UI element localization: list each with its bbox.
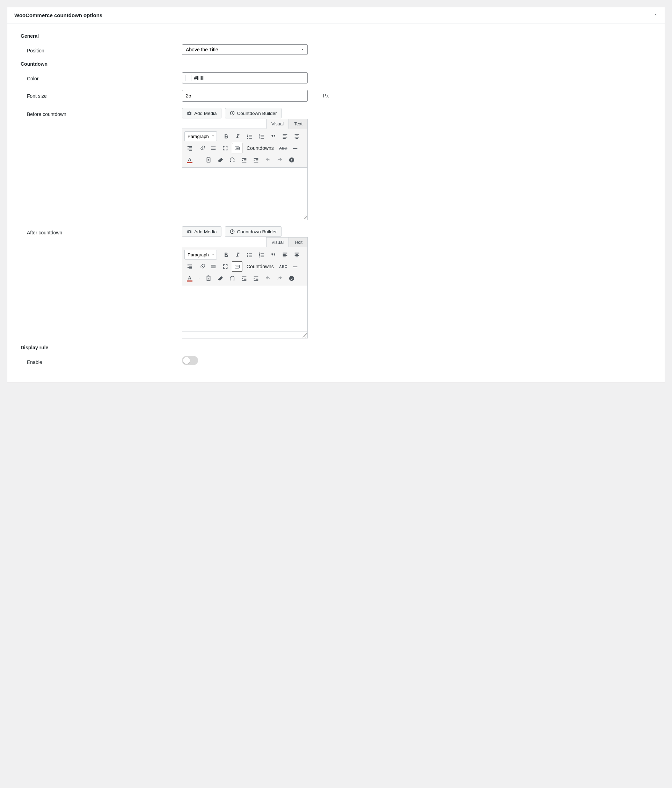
align-left-button[interactable] [280, 249, 290, 260]
font-size-unit: Px [323, 93, 329, 98]
color-swatch [185, 75, 191, 81]
align-right-button[interactable] [184, 261, 195, 272]
blockquote-button[interactable] [268, 131, 278, 141]
indent-button[interactable] [251, 155, 261, 165]
horizontal-rule-button[interactable] [290, 143, 300, 153]
add-media-button[interactable]: Add Media [182, 108, 221, 118]
italic-button[interactable] [232, 131, 243, 141]
bold-button[interactable] [221, 131, 231, 141]
editor-after: Visual Text Paragraph [182, 237, 308, 338]
countdown-builder-button[interactable]: Countdown Builder [225, 108, 281, 118]
row-color: Color #ffffff [14, 72, 658, 84]
tab-visual[interactable]: Visual [266, 119, 289, 129]
countdown-builder-button[interactable]: Countdown Builder [225, 226, 281, 237]
blockquote-button[interactable] [268, 249, 278, 260]
add-media-button[interactable]: Add Media [182, 226, 221, 237]
editor-path-bar [182, 213, 308, 220]
clear-formatting-button[interactable] [215, 155, 226, 165]
toolbar-toggle-button[interactable] [232, 143, 242, 153]
collapse-icon[interactable] [653, 13, 658, 18]
text-color-button[interactable]: A [184, 273, 195, 284]
label-font-size: Font size [14, 90, 182, 99]
read-more-button[interactable] [208, 143, 219, 153]
camera-icon [186, 110, 192, 116]
editor-toolbar: Paragraph [182, 129, 308, 168]
label-color: Color [14, 72, 182, 81]
settings-panel: WooCommerce countdown options General Po… [7, 7, 665, 382]
resize-grip-icon[interactable] [302, 215, 307, 219]
row-before-countdown: Before countdown Add Media Countdown Bui… [14, 108, 658, 220]
label-position: Position [14, 44, 182, 54]
color-input[interactable]: #ffffff [182, 72, 308, 84]
row-after-countdown: After countdown Add Media Countdown Buil… [14, 226, 658, 338]
camera-icon [186, 229, 192, 234]
fullscreen-button[interactable] [220, 143, 230, 153]
read-more-button[interactable] [208, 261, 219, 272]
indent-button[interactable] [251, 273, 261, 284]
paste-text-button[interactable] [203, 273, 214, 284]
align-center-button[interactable] [292, 131, 302, 141]
text-color-dropdown[interactable] [196, 273, 202, 284]
redo-button[interactable] [275, 273, 285, 284]
special-char-button[interactable] [227, 155, 238, 165]
text-color-dropdown[interactable] [196, 155, 202, 165]
text-color-button[interactable]: A [184, 155, 195, 165]
tab-text[interactable]: Text [289, 119, 308, 129]
strikethrough-button[interactable]: ABC [278, 261, 289, 272]
section-general: General [21, 33, 658, 39]
row-font-size: Font size Px [14, 90, 658, 102]
help-button[interactable] [286, 155, 297, 165]
position-select[interactable]: Above the Title [182, 44, 308, 55]
clear-formatting-button[interactable] [215, 273, 226, 284]
clock-icon [229, 110, 235, 116]
paste-text-button[interactable] [203, 155, 214, 165]
paragraph-select[interactable]: Paragraph [184, 250, 217, 259]
enable-toggle[interactable] [182, 356, 198, 365]
countdowns-button[interactable]: Countdowns [244, 261, 276, 272]
resize-grip-icon[interactable] [302, 333, 307, 337]
row-enable: Enable [14, 356, 658, 365]
panel-header[interactable]: WooCommerce countdown options [7, 7, 665, 24]
toggle-knob [183, 357, 190, 364]
editor-content[interactable] [182, 286, 308, 332]
tab-visual[interactable]: Visual [266, 237, 289, 247]
editor-toolbar: Paragraph [182, 247, 308, 286]
section-countdown: Countdown [21, 61, 658, 67]
paragraph-select[interactable]: Paragraph [184, 131, 217, 141]
clock-icon [229, 229, 235, 234]
strikethrough-button[interactable]: ABC [278, 143, 289, 153]
align-left-button[interactable] [280, 131, 290, 141]
bullet-list-button[interactable] [244, 249, 255, 260]
bullet-list-button[interactable] [244, 131, 255, 141]
align-right-button[interactable] [184, 143, 195, 153]
panel-title: WooCommerce countdown options [14, 12, 102, 18]
link-button[interactable] [196, 143, 207, 153]
help-button[interactable] [286, 273, 297, 284]
font-size-input[interactable] [182, 90, 308, 102]
section-display-rule: Display rule [21, 345, 658, 350]
color-value: #ffffff [194, 75, 205, 81]
special-char-button[interactable] [227, 273, 238, 284]
link-button[interactable] [196, 261, 207, 272]
undo-button[interactable] [263, 273, 273, 284]
editor-path-bar [182, 332, 308, 338]
editor-before: Visual Text Paragraph [182, 118, 308, 220]
row-position: Position Above the Title [14, 44, 658, 55]
italic-button[interactable] [232, 249, 243, 260]
label-after-countdown: After countdown [14, 226, 182, 235]
bold-button[interactable] [221, 249, 231, 260]
numbered-list-button[interactable] [256, 131, 267, 141]
redo-button[interactable] [275, 155, 285, 165]
undo-button[interactable] [263, 155, 273, 165]
tab-text[interactable]: Text [289, 237, 308, 247]
numbered-list-button[interactable] [256, 249, 267, 260]
horizontal-rule-button[interactable] [290, 261, 300, 272]
editor-content[interactable] [182, 168, 308, 213]
toolbar-toggle-button[interactable] [232, 261, 242, 272]
countdowns-button[interactable]: Countdowns [244, 143, 276, 153]
align-center-button[interactable] [292, 249, 302, 260]
fullscreen-button[interactable] [220, 261, 230, 272]
outdent-button[interactable] [239, 155, 249, 165]
label-before-countdown: Before countdown [14, 108, 182, 117]
outdent-button[interactable] [239, 273, 249, 284]
